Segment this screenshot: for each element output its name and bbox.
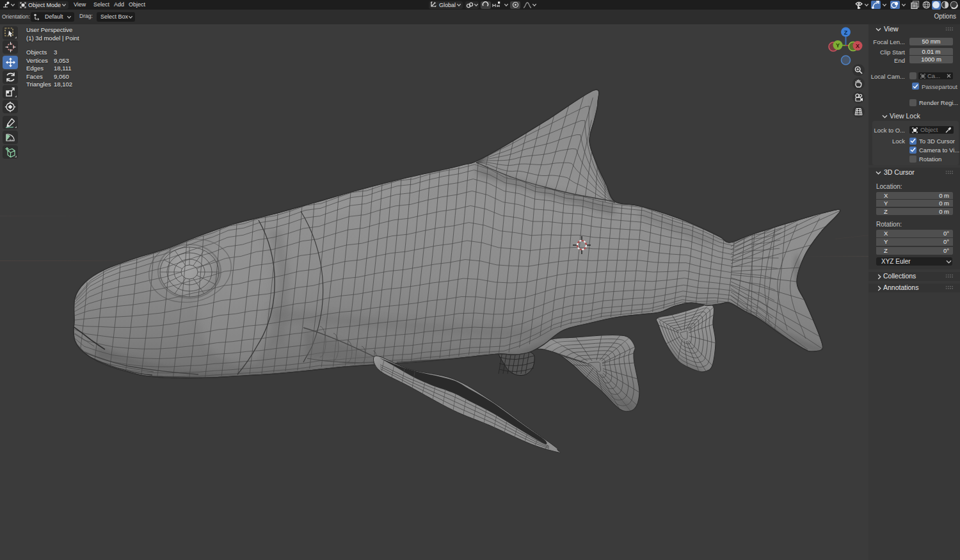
- svg-text:Y: Y: [836, 42, 840, 49]
- svg-text:X: X: [856, 43, 860, 49]
- svg-text:Z: Z: [844, 29, 848, 36]
